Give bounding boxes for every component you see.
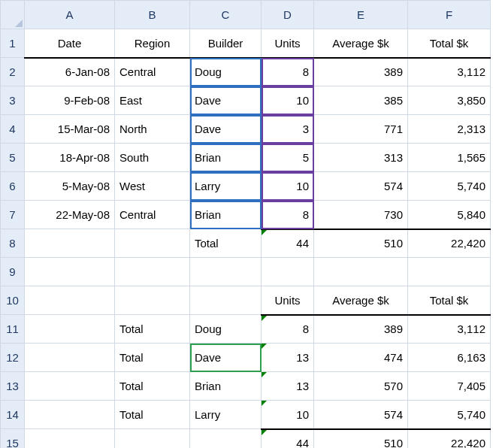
cell-F14[interactable]: 5,740 <box>408 401 491 429</box>
cell-C12[interactable]: Dave <box>190 344 262 372</box>
cell-D3[interactable]: 10 <box>262 86 314 115</box>
cell-D2[interactable]: 8 <box>262 58 314 86</box>
cell-B11[interactable]: Total <box>115 315 190 344</box>
row-header-2[interactable]: 2 <box>1 58 25 86</box>
cell-C5[interactable]: Brian <box>190 144 262 172</box>
cell-F9[interactable] <box>408 258 491 286</box>
cell-D9[interactable] <box>262 258 314 286</box>
cell-D10[interactable]: Units <box>262 286 314 315</box>
cell-F5[interactable]: 1,565 <box>408 144 491 172</box>
cell-E7[interactable]: 730 <box>314 201 408 229</box>
cell-B14[interactable]: Total <box>115 401 190 429</box>
row-header-13[interactable]: 13 <box>1 372 25 401</box>
cell-B2[interactable]: Central <box>115 58 190 86</box>
cell-A1[interactable]: Date <box>25 29 115 58</box>
cell-C13[interactable]: Brian <box>190 372 262 401</box>
cell-A3[interactable]: 9-Feb-08 <box>25 86 115 115</box>
cell-B4[interactable]: North <box>115 115 190 144</box>
cell-D6[interactable]: 10 <box>262 172 314 201</box>
cell-B12[interactable]: Total <box>115 344 190 372</box>
cell-A10[interactable] <box>25 286 115 315</box>
cell-D15[interactable]: 44 <box>262 429 314 449</box>
cell-E2[interactable]: 389 <box>314 58 408 86</box>
cell-E4[interactable]: 771 <box>314 115 408 144</box>
cell-E15[interactable]: 510 <box>314 429 408 449</box>
cell-B5[interactable]: South <box>115 144 190 172</box>
cell-B3[interactable]: East <box>115 86 190 115</box>
cell-C11[interactable]: Doug <box>190 315 262 344</box>
cell-D7[interactable]: 8 <box>262 201 314 229</box>
row-header-7[interactable]: 7 <box>1 201 25 229</box>
cell-D11[interactable]: 8 <box>262 315 314 344</box>
cell-E3[interactable]: 385 <box>314 86 408 115</box>
col-header-F[interactable]: F <box>408 1 491 29</box>
row-header-5[interactable]: 5 <box>1 144 25 172</box>
cell-F8[interactable]: 22,420 <box>408 229 491 258</box>
row-header-12[interactable]: 12 <box>1 344 25 372</box>
cell-E14[interactable]: 574 <box>314 401 408 429</box>
cell-B15[interactable] <box>115 429 190 449</box>
row-header-4[interactable]: 4 <box>1 115 25 144</box>
cell-F1[interactable]: Total $k <box>408 29 491 58</box>
select-all-corner[interactable] <box>1 1 25 29</box>
cell-F15[interactable]: 22,420 <box>408 429 491 449</box>
cell-D4[interactable]: 3 <box>262 115 314 144</box>
row-header-6[interactable]: 6 <box>1 172 25 201</box>
cell-F7[interactable]: 5,840 <box>408 201 491 229</box>
cell-B13[interactable]: Total <box>115 372 190 401</box>
cell-A2[interactable]: 6-Jan-08 <box>25 58 115 86</box>
row-header-9[interactable]: 9 <box>1 258 25 286</box>
cell-B1[interactable]: Region <box>115 29 190 58</box>
cell-E8[interactable]: 510 <box>314 229 408 258</box>
cell-A11[interactable] <box>25 315 115 344</box>
cell-C10[interactable] <box>190 286 262 315</box>
col-header-B[interactable]: B <box>115 1 190 29</box>
cell-B6[interactable]: West <box>115 172 190 201</box>
col-header-D[interactable]: D <box>262 1 314 29</box>
cell-E9[interactable] <box>314 258 408 286</box>
col-header-E[interactable]: E <box>314 1 408 29</box>
row-header-14[interactable]: 14 <box>1 401 25 429</box>
cell-D12[interactable]: 13 <box>262 344 314 372</box>
cell-F6[interactable]: 5,740 <box>408 172 491 201</box>
cell-E5[interactable]: 313 <box>314 144 408 172</box>
cell-C4[interactable]: Dave <box>190 115 262 144</box>
cell-A8[interactable] <box>25 229 115 258</box>
cell-A5[interactable]: 18-Apr-08 <box>25 144 115 172</box>
cell-B8[interactable] <box>115 229 190 258</box>
cell-C15[interactable] <box>190 429 262 449</box>
cell-C8[interactable]: Total <box>190 229 262 258</box>
cell-A14[interactable] <box>25 401 115 429</box>
row-header-3[interactable]: 3 <box>1 86 25 115</box>
cell-E13[interactable]: 570 <box>314 372 408 401</box>
col-header-C[interactable]: C <box>190 1 262 29</box>
cell-F10[interactable]: Total $k <box>408 286 491 315</box>
row-header-15[interactable]: 15 <box>1 429 25 449</box>
cell-A12[interactable] <box>25 344 115 372</box>
cell-B7[interactable]: Central <box>115 201 190 229</box>
cell-C3[interactable]: Dave <box>190 86 262 115</box>
cell-E11[interactable]: 389 <box>314 315 408 344</box>
cell-A15[interactable] <box>25 429 115 449</box>
cell-F3[interactable]: 3,850 <box>408 86 491 115</box>
cell-C2[interactable]: Doug <box>190 58 262 86</box>
cell-B10[interactable] <box>115 286 190 315</box>
cell-F13[interactable]: 7,405 <box>408 372 491 401</box>
cell-C9[interactable] <box>190 258 262 286</box>
spreadsheet-grid[interactable]: A B C D E F 1 Date Region Builder Units … <box>0 0 491 448</box>
cell-C6[interactable]: Larry <box>190 172 262 201</box>
cell-D8[interactable]: 44 <box>262 229 314 258</box>
cell-A4[interactable]: 15-Mar-08 <box>25 115 115 144</box>
cell-F2[interactable]: 3,112 <box>408 58 491 86</box>
row-header-10[interactable]: 10 <box>1 286 25 315</box>
cell-C1[interactable]: Builder <box>190 29 262 58</box>
cell-D14[interactable]: 10 <box>262 401 314 429</box>
row-header-1[interactable]: 1 <box>1 29 25 58</box>
row-header-11[interactable]: 11 <box>1 315 25 344</box>
cell-C14[interactable]: Larry <box>190 401 262 429</box>
cell-D13[interactable]: 13 <box>262 372 314 401</box>
cell-F12[interactable]: 6,163 <box>408 344 491 372</box>
cell-D5[interactable]: 5 <box>262 144 314 172</box>
cell-E12[interactable]: 474 <box>314 344 408 372</box>
cell-A7[interactable]: 22-May-08 <box>25 201 115 229</box>
